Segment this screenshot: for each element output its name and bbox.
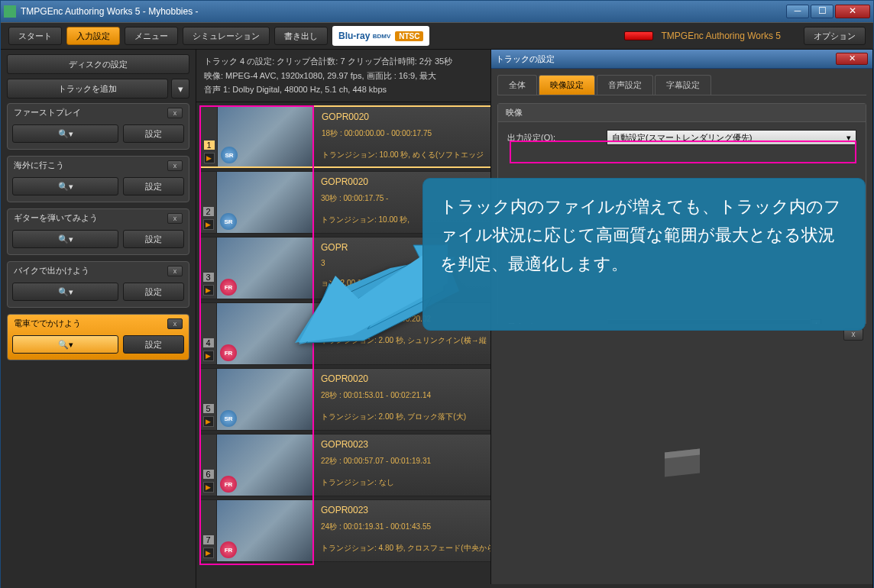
clip-thumbnail: SR <box>218 107 314 166</box>
track-name: ギターを弾いてみよう <box>14 212 98 224</box>
product-label: TMPGEnc Authoring Works 5 <box>661 31 781 41</box>
nav-menu[interactable]: メニュー <box>125 27 178 45</box>
format-indicator: Blu-ray BDMV NTSC <box>332 26 429 46</box>
delete-track-icon[interactable]: x <box>167 213 183 224</box>
disk-settings-button[interactable]: ディスクの設定 <box>7 54 189 74</box>
window-close-button[interactable]: ✕ <box>835 5 870 18</box>
chevron-down-icon: ▾ <box>846 133 851 143</box>
track-card[interactable]: 電車ででかけようx 🔍▾ 設定 <box>7 314 189 360</box>
track-settings-button[interactable]: 設定 <box>123 283 184 301</box>
clapperboard-icon <box>665 449 700 477</box>
output-setting-label: 出力設定(O): <box>507 132 607 144</box>
search-icon[interactable]: 🔍▾ <box>12 177 118 195</box>
search-icon[interactable]: 🔍▾ <box>12 283 118 301</box>
tab-video[interactable]: 映像設定 <box>539 75 595 95</box>
play-icon[interactable]: ▶ <box>203 351 214 361</box>
delete-track-icon[interactable]: x <box>167 266 183 276</box>
sr-badge-icon: SR <box>220 410 237 427</box>
dialog-title: トラックの設定 <box>496 53 555 65</box>
track-card[interactable]: バイクで出かけようx 🔍▾ 設定 <box>7 261 189 308</box>
play-icon[interactable]: ▶ <box>203 548 214 558</box>
play-icon[interactable]: ▶ <box>204 153 215 163</box>
minimize-button[interactable]: ─ <box>786 5 809 18</box>
nav-export[interactable]: 書き出し <box>274 27 328 45</box>
delete-track-icon[interactable]: x <box>167 160 183 171</box>
delete-track-icon[interactable]: x <box>167 108 183 118</box>
fr-badge-icon: FR <box>220 476 237 493</box>
tab-audio[interactable]: 音声設定 <box>597 75 653 95</box>
sr-badge-icon: SR <box>220 213 237 230</box>
track-card[interactable]: ギターを弾いてみようx 🔍▾ 設定 <box>7 208 189 255</box>
add-track-dropdown[interactable]: ▾ <box>171 79 189 99</box>
search-icon[interactable]: 🔍▾ <box>12 230 118 248</box>
track-settings-button[interactable]: 設定 <box>123 124 184 143</box>
play-icon[interactable]: ▶ <box>203 482 214 493</box>
recording-led-icon <box>624 31 653 40</box>
track-name: バイクで出かけよう <box>14 265 89 276</box>
play-icon[interactable]: ▶ <box>203 219 214 230</box>
track-card[interactable]: 海外に行こうx 🔍▾ 設定 <box>7 156 189 202</box>
search-icon[interactable]: 🔍▾ <box>12 335 118 354</box>
tab-all[interactable]: 全体 <box>497 75 537 95</box>
preview-area <box>491 342 872 585</box>
track-name: 電車ででかけよう <box>14 318 81 329</box>
track-settings-button[interactable]: 設定 <box>123 335 184 354</box>
nav-start[interactable]: スタート <box>8 27 62 45</box>
window-titlebar: TMPGEnc Authoring Works 5 - Myhobbies - … <box>1 1 873 22</box>
search-icon[interactable]: 🔍▾ <box>12 124 118 143</box>
track-name: ファーストプレイ <box>14 107 81 118</box>
dialog-close-button[interactable]: ✕ <box>836 53 868 65</box>
options-button[interactable]: オプション <box>804 27 866 45</box>
track-name: 海外に行こう <box>14 160 64 171</box>
nav-simulation[interactable]: シミュレーション <box>183 27 270 45</box>
app-icon <box>4 5 16 18</box>
fr-badge-icon: FR <box>220 279 237 296</box>
track-settings-button[interactable]: 設定 <box>123 177 184 195</box>
window-title: TMPGEnc Authoring Works 5 - Myhobbies - <box>21 6 786 17</box>
play-icon[interactable]: ▶ <box>203 416 214 427</box>
tab-subtitle[interactable]: 字幕設定 <box>655 75 711 95</box>
add-track-button[interactable]: トラックを追加 <box>7 79 168 99</box>
fr-badge-icon: FR <box>220 344 237 361</box>
track-sidebar: ディスクの設定 トラックを追加 ▾ ファーストプレイx 🔍▾ 設定 海外に行こう… <box>1 50 196 588</box>
output-setting-dropdown[interactable]: 自動設定(スマートレンダリング優先)▾ <box>607 130 856 145</box>
info-callout: トラック内のファイルが増えても、トラック内のファイル状況に応じて高画質な範囲が最… <box>422 178 866 331</box>
track-settings-button[interactable]: 設定 <box>123 230 184 248</box>
sr-badge-icon: SR <box>221 147 238 163</box>
panel-video-label: 映像 <box>498 104 866 122</box>
play-icon[interactable]: ▶ <box>203 285 214 296</box>
main-toolbar: スタート 入力設定 メニュー シミュレーション 書き出し Blu-ray BDM… <box>1 22 873 50</box>
delete-track-icon[interactable]: x <box>167 318 183 329</box>
maximize-button[interactable]: ☐ <box>811 5 834 18</box>
track-card[interactable]: ファーストプレイx 🔍▾ 設定 <box>7 103 189 150</box>
nav-input-settings[interactable]: 入力設定 <box>66 27 120 45</box>
fr-badge-icon: FR <box>220 541 237 558</box>
